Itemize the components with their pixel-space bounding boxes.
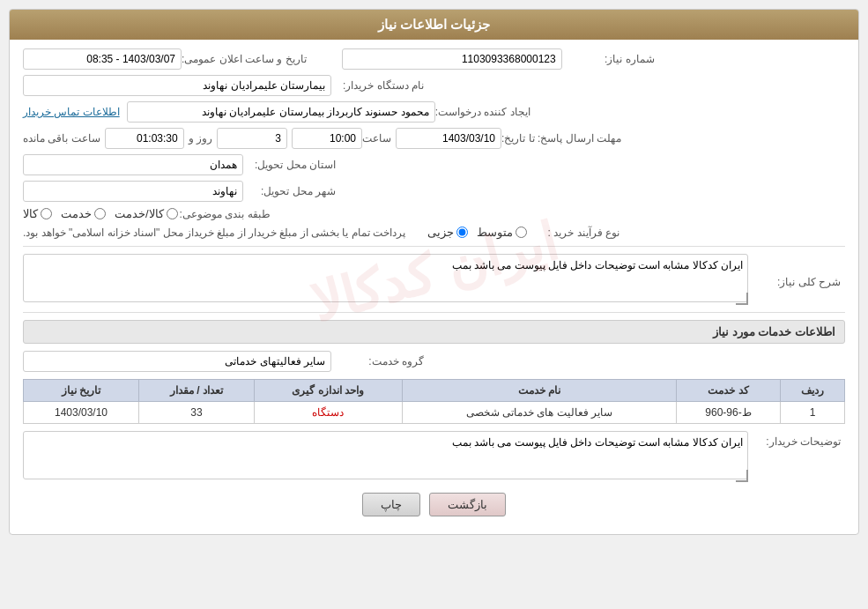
row-shahr: شهر محل تحویل: <box>23 181 845 202</box>
row-goroh: گروه خدمت: <box>23 351 845 372</box>
ijad-konande-input <box>127 101 435 123</box>
print-button[interactable]: چاپ <box>362 493 420 516</box>
radio-jozii: جزیی <box>427 226 468 239</box>
col-header: ردیف <box>780 380 844 402</box>
card-body: شماره نیاز: تاریخ و ساعت اعلان عمومی: نا… <box>10 40 858 534</box>
goroh-label: گروه خدمت: <box>331 355 428 368</box>
row-tabaqe: طبقه بندی موضوعی: کالا/خدمت خدمت کالا <box>23 207 845 220</box>
table-cell: سایر فعالیت های خدماتی شخصی <box>402 402 677 424</box>
radio-kala: کالا <box>23 207 52 220</box>
mande-label: ساعت باقی مانده <box>23 132 100 145</box>
tabaqe-radio-group: کالا/خدمت خدمت کالا <box>23 207 178 220</box>
back-button[interactable]: بازگشت <box>429 493 506 516</box>
tozihat-textarea[interactable] <box>23 431 748 479</box>
roz-label: روز و <box>189 132 212 145</box>
table-row: 1ط-96-960سایر فعالیت های خدماتی شخصیدستگ… <box>24 402 845 424</box>
table-cell: 33 <box>138 402 254 424</box>
jozii-label: جزیی <box>427 226 454 239</box>
col-header: تاریخ نیاز <box>24 380 139 402</box>
sharh-koli-textarea[interactable] <box>23 254 748 302</box>
khedmat-label: خدمت <box>61 207 92 220</box>
shahr-input <box>23 181 243 202</box>
notice-text: پرداخت تمام یا بخشی از مبلغ خریدار از مب… <box>23 227 405 239</box>
divider-1 <box>23 246 845 247</box>
mohlat-date-input <box>396 128 501 149</box>
mande-input <box>105 128 184 149</box>
table-section: ردیفکد خدمتنام خدمتواحد اندازه گیریتعداد… <box>23 379 845 424</box>
tozihat-wrapper <box>23 431 748 482</box>
nam-dastgah-input <box>23 75 331 96</box>
shomara-label: شماره نیاز: <box>562 53 659 65</box>
row-shomara: شماره نیاز: تاریخ و ساعت اعلان عمومی: <box>23 48 845 70</box>
tabaqe-label: طبقه بندی موضوعی: <box>178 208 275 220</box>
services-table: ردیفکد خدمتنام خدمتواحد اندازه گیریتعداد… <box>23 379 845 424</box>
radio-kala-khedmat-input[interactable] <box>167 208 178 219</box>
buttons-row: بازگشت چاپ <box>23 493 845 525</box>
ostan-input <box>23 154 243 175</box>
radio-jozii-input[interactable] <box>456 227 468 238</box>
radio-khedmat: خدمت <box>61 207 106 220</box>
col-header: تعداد / مقدار <box>138 380 254 402</box>
row-ostan: استان محل تحویل: <box>23 154 845 175</box>
nam-dastgah-label: نام دستگاه خریدار: <box>331 79 428 92</box>
shahr-label: شهر محل تحویل: <box>243 185 340 197</box>
contact-link[interactable]: اطلاعات تماس خریدار <box>23 106 120 118</box>
table-cell: 1 <box>780 402 844 424</box>
row-nam-dastgah: نام دستگاه خریدار: <box>23 75 845 96</box>
saat-input <box>292 128 362 149</box>
sharh-koli-wrapper <box>23 254 748 305</box>
main-card: ایران کدکالا جزئیات اطلاعات نیاز شماره ن… <box>9 9 859 535</box>
faraind-radio-group: متوسط جزیی پرداخت تمام یا بخشی از مبلغ خ… <box>23 226 527 239</box>
motovaset-label: متوسط <box>477 226 513 239</box>
col-header: کد خدمت <box>677 380 781 402</box>
card-header: جزئیات اطلاعات نیاز <box>10 10 858 40</box>
radio-khedmat-input[interactable] <box>94 208 106 219</box>
mohlat-label: مهلت ارسال پاسخ: تا تاریخ: <box>501 132 626 145</box>
table-cell: دستگاه <box>254 402 402 424</box>
ijad-konande-label: ایجاد کننده درخواست: <box>435 106 535 118</box>
radio-kala-khedmat: کالا/خدمت <box>115 207 178 220</box>
col-header: واحد اندازه گیری <box>254 380 402 402</box>
row-sharh-koli: شرح کلی نیاز: <box>23 254 845 305</box>
kala-khedmat-label: کالا/خدمت <box>115 207 164 220</box>
kala-label: کالا <box>23 207 38 220</box>
table-header-row: ردیفکد خدمتنام خدمتواحد اندازه گیریتعداد… <box>24 380 845 402</box>
saat-label: ساعت <box>362 132 391 145</box>
page-title: جزئیات اطلاعات نیاز <box>378 17 490 32</box>
ostan-label: استان محل تحویل: <box>243 159 340 171</box>
nooe-faraind-label: نوع فرآیند خرید : <box>527 227 624 239</box>
goroh-input <box>23 351 331 372</box>
table-cell: ط-96-960 <box>677 402 781 424</box>
row-nooe-faraind: نوع فرآیند خرید : متوسط جزیی پرداخت تمام… <box>23 226 845 239</box>
divider-2 <box>23 312 845 313</box>
roz-input <box>217 128 287 149</box>
sharh-koli-label: شرح کلی نیاز: <box>748 271 845 288</box>
tarikh-saat-label: تاریخ و ساعت اعلان عمومی: <box>182 53 307 65</box>
tarikh-saat-input <box>23 48 182 70</box>
khadamat-section-title: اطلاعات خدمات مورد نیاز <box>23 320 845 344</box>
page-wrapper: ایران کدکالا جزئیات اطلاعات نیاز شماره ن… <box>0 0 868 609</box>
table-cell: 1403/03/10 <box>24 402 139 424</box>
row-tozihat: توضیحات خریدار: <box>23 431 845 482</box>
radio-motovaset-input[interactable] <box>516 227 527 238</box>
radio-kala-input[interactable] <box>41 208 52 219</box>
row-mohlat: مهلت ارسال پاسخ: تا تاریخ: ساعت روز و سا… <box>23 128 845 149</box>
shomara-input <box>342 48 562 70</box>
radio-motovaset: متوسط <box>477 226 527 239</box>
col-header: نام خدمت <box>402 380 677 402</box>
tozihat-label: توضیحات خریدار: <box>748 431 845 448</box>
row-ijad-konande: ایجاد کننده درخواست: اطلاعات تماس خریدار <box>23 101 845 123</box>
